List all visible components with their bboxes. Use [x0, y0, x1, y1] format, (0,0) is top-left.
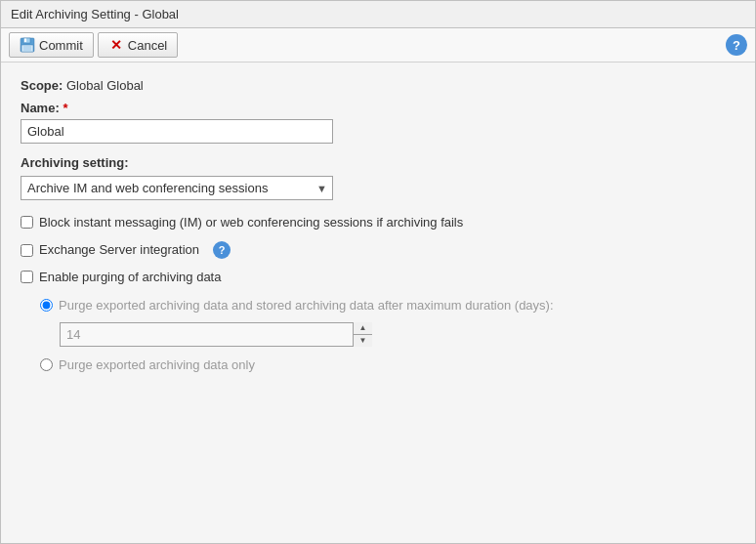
scope-value-text: Global: [106, 78, 144, 93]
spinner-down-button[interactable]: ▼: [354, 335, 372, 347]
purge-days-wrapper: ▲ ▼: [60, 322, 372, 347]
scope-row: Scope: Global Global: [21, 78, 735, 93]
purge-exported-stored-label: Purge exported archiving data and stored…: [59, 297, 554, 314]
block-im-row: Block instant messaging (IM) or web conf…: [21, 214, 735, 231]
exchange-help-button[interactable]: ?: [213, 241, 231, 259]
required-star: *: [63, 101, 67, 115]
purge-exported-only-row: Purge exported archiving data only: [40, 356, 735, 374]
purge-days-input[interactable]: [60, 322, 372, 347]
cancel-icon: ✕: [108, 37, 124, 53]
archiving-setting-group: Archiving setting: Archive IM and web co…: [21, 155, 735, 200]
name-input[interactable]: [21, 119, 333, 144]
archiving-setting-label: Archiving setting:: [21, 155, 735, 170]
purge-exported-stored-row: Purge exported archiving data and stored…: [40, 297, 735, 314]
commit-button[interactable]: Commit: [9, 32, 94, 58]
exchange-server-row: Exchange Server integration ?: [21, 241, 735, 259]
archiving-select[interactable]: Archive IM and web conferencing sessions…: [21, 176, 333, 200]
help-button[interactable]: ?: [726, 34, 747, 56]
exchange-help-icon: ?: [219, 244, 226, 256]
commit-icon: [20, 37, 35, 53]
help-icon: ?: [733, 38, 740, 53]
enable-purging-label: Enable purging of archiving data: [39, 269, 221, 286]
enable-purging-row: Enable purging of archiving data: [21, 269, 735, 286]
svg-rect-4: [23, 46, 31, 51]
toolbar: Commit ✕ Cancel ?: [1, 28, 755, 63]
spinner-up-button[interactable]: ▲: [354, 322, 372, 335]
dialog-container: Edit Archiving Setting - Global Commit: [0, 0, 756, 544]
cancel-label: Cancel: [128, 38, 167, 53]
cancel-button[interactable]: ✕ Cancel: [98, 32, 178, 58]
archiving-select-wrapper: Archive IM and web conferencing sessions…: [21, 176, 333, 200]
purge-section: Purge exported archiving data and stored…: [40, 297, 735, 374]
dialog-title: Edit Archiving Setting - Global: [11, 7, 179, 21]
toolbar-left: Commit ✕ Cancel: [9, 32, 178, 58]
exchange-server-checkbox[interactable]: [21, 244, 33, 257]
block-im-checkbox[interactable]: [21, 216, 33, 229]
scope-value: Global: [66, 78, 104, 93]
spinner-buttons: ▲ ▼: [353, 322, 372, 347]
name-label: Name: *: [21, 101, 735, 115]
enable-purging-checkbox[interactable]: [21, 271, 33, 283]
exchange-server-label: Exchange Server integration: [39, 241, 199, 259]
block-im-label: Block instant messaging (IM) or web conf…: [39, 214, 463, 231]
commit-label: Commit: [39, 38, 83, 53]
dialog-title-bar: Edit Archiving Setting - Global: [1, 1, 755, 28]
purge-exported-stored-radio[interactable]: [40, 299, 53, 312]
svg-rect-2: [24, 39, 26, 43]
purge-exported-only-radio[interactable]: [40, 358, 53, 371]
dialog-content: Scope: Global Global Name: * Archiving s…: [1, 63, 755, 543]
purge-exported-only-label: Purge exported archiving data only: [59, 356, 255, 374]
scope-label: Scope:: [21, 78, 63, 93]
name-field-group: Name: *: [21, 101, 735, 155]
